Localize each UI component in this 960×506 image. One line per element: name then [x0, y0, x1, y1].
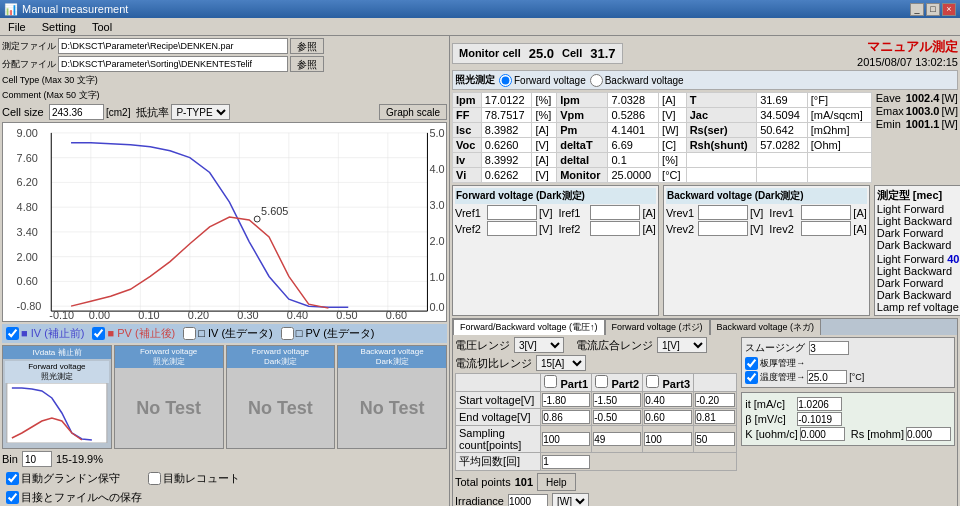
menu-tool[interactable]: Tool: [88, 20, 116, 34]
menu-setting[interactable]: Setting: [38, 20, 80, 34]
tab-fwd-bwd[interactable]: Forward/Backward voltage (電圧↑): [453, 319, 605, 335]
cb3-label: 目接とファイルへの保存: [21, 490, 142, 505]
temp-cb[interactable]: [745, 371, 758, 384]
svg-text:0.60: 0.60: [386, 309, 407, 321]
graph-checkboxes: ■ IV (補止前) ■ PV (補止後) □ IV (生データ) □ PV (…: [2, 324, 447, 343]
k-label: K [uohm/c]: [745, 428, 798, 440]
samp-p1[interactable]: [542, 432, 590, 446]
voc-val: 0.6260: [481, 138, 532, 153]
file2-browse-btn[interactable]: 参照: [290, 56, 324, 72]
iv-raw-cb[interactable]: [183, 327, 196, 340]
file1-browse-btn[interactable]: 参照: [290, 38, 324, 54]
pv-raw-cb[interactable]: [281, 327, 294, 340]
menu-bar: File Setting Tool: [0, 18, 960, 36]
k-input[interactable]: [800, 427, 845, 441]
beta-label: β [mV/c]: [745, 413, 795, 425]
total-pts-val: 101: [515, 476, 533, 488]
irev1-input[interactable]: [801, 205, 851, 220]
start-p3b[interactable]: [695, 393, 735, 407]
mon-val: 25.0000: [608, 168, 659, 183]
temp-input[interactable]: [807, 370, 847, 384]
part1-label: Part1: [561, 378, 589, 390]
volt-range-select[interactable]: 3[V]: [514, 337, 564, 353]
curr-ratio-label: 電流切比レンジ: [455, 356, 532, 371]
temp-unit: [°C]: [849, 372, 864, 382]
menu-file[interactable]: File: [4, 20, 30, 34]
minimize-btn[interactable]: _: [910, 3, 924, 16]
forward-voltage-radio[interactable]: [499, 74, 512, 87]
end-p3[interactable]: [644, 410, 692, 424]
svg-text:0.20: 0.20: [188, 309, 209, 321]
svg-text:0.40: 0.40: [287, 309, 308, 321]
dt-val: 6.69: [608, 138, 659, 153]
backward-voltage-radio[interactable]: [590, 74, 603, 87]
graph-scale-btn[interactable]: Graph scale: [379, 104, 447, 120]
emax-val: 1003.0: [906, 105, 940, 117]
start-p1[interactable]: [542, 393, 590, 407]
end-p2[interactable]: [593, 410, 641, 424]
svg-text:0.00: 0.00: [89, 309, 110, 321]
bin-input[interactable]: [22, 451, 52, 467]
tab-bwd[interactable]: Backward voltage (ネガ): [710, 319, 822, 335]
vref1-input[interactable]: [487, 205, 537, 220]
avg-label: 平均回数[回]: [456, 453, 541, 471]
curr-ratio-select[interactable]: 15[A]: [536, 355, 586, 371]
help-btn[interactable]: Help: [537, 473, 576, 491]
start-p3[interactable]: [644, 393, 692, 407]
rs-input[interactable]: [906, 427, 951, 441]
emin-label: Emin: [876, 118, 904, 130]
part3-cb[interactable]: [646, 375, 659, 388]
vrev1-input[interactable]: [698, 205, 748, 220]
samp-p2[interactable]: [593, 432, 641, 446]
file1-input[interactable]: [58, 38, 288, 54]
vrev2-input[interactable]: [698, 221, 748, 236]
cb2[interactable]: [148, 472, 161, 485]
left-panel: 測定ファイル 参照 分配ファイル 参照 Cell Type (Max 30 文字…: [0, 36, 450, 506]
cb1-label: 目動グランドン保守: [21, 471, 120, 486]
maximize-btn[interactable]: □: [926, 3, 940, 16]
irev2-input[interactable]: [801, 221, 851, 236]
panel-iv-raw: Forward voltageDark測定 No Test: [226, 345, 336, 449]
end-p1[interactable]: [542, 410, 590, 424]
iv-after-cb[interactable]: [6, 327, 19, 340]
right-title: マニュアル測定: [631, 38, 958, 56]
iref1-input[interactable]: [590, 205, 640, 220]
cell-size-input[interactable]: [49, 104, 104, 120]
cell-type-select[interactable]: P-TYPE N-TYPE: [171, 104, 230, 120]
samp-p3[interactable]: [644, 432, 692, 446]
curr-range-label: 電流広合レンジ: [576, 338, 653, 353]
close-btn[interactable]: ×: [942, 3, 956, 16]
irr-input[interactable]: [508, 494, 548, 506]
part1-cb[interactable]: [544, 375, 557, 388]
svg-text:3.0: 3.0: [429, 199, 444, 211]
part3-label: Part3: [663, 378, 691, 390]
end-p3b[interactable]: [695, 410, 735, 424]
samp-p3b[interactable]: [695, 432, 735, 446]
irr-unit-select[interactable]: [W]: [552, 493, 589, 506]
cb2-label: 目動レコュート: [163, 471, 240, 486]
cb1[interactable]: [6, 472, 19, 485]
curr-range-select[interactable]: 1[V]: [657, 337, 707, 353]
cb3[interactable]: [6, 491, 19, 504]
cell-type-label: Cell Type (Max 30 文字): [2, 74, 122, 87]
hantai-cb[interactable]: [745, 357, 758, 370]
part2-cb[interactable]: [595, 375, 608, 388]
cell-size-label: Cell size: [2, 106, 47, 118]
svg-text:6.20: 6.20: [17, 176, 38, 188]
smoothing-input[interactable]: [809, 341, 849, 355]
end-label: End voltage[V]: [456, 409, 541, 426]
vref2-input[interactable]: [487, 221, 537, 236]
file2-input[interactable]: [58, 56, 288, 72]
it-input[interactable]: [797, 397, 842, 411]
main-content: 測定ファイル 参照 分配ファイル 参照 Cell Type (Max 30 文字…: [0, 36, 960, 506]
pv-after-cb[interactable]: [92, 327, 105, 340]
tab-fwd[interactable]: Forward voltage (ポジ): [605, 319, 710, 335]
forward-voltage-label: Forward voltage: [514, 75, 586, 86]
start-p2[interactable]: [593, 393, 641, 407]
svg-text:4.0: 4.0: [429, 163, 444, 175]
koumei-label2: 測定型 [mec]: [877, 188, 960, 203]
beta-input[interactable]: [797, 412, 842, 426]
cell-size-unit: [cm2]: [106, 107, 130, 118]
avg-input[interactable]: [542, 455, 590, 469]
iref2-input[interactable]: [590, 221, 640, 236]
